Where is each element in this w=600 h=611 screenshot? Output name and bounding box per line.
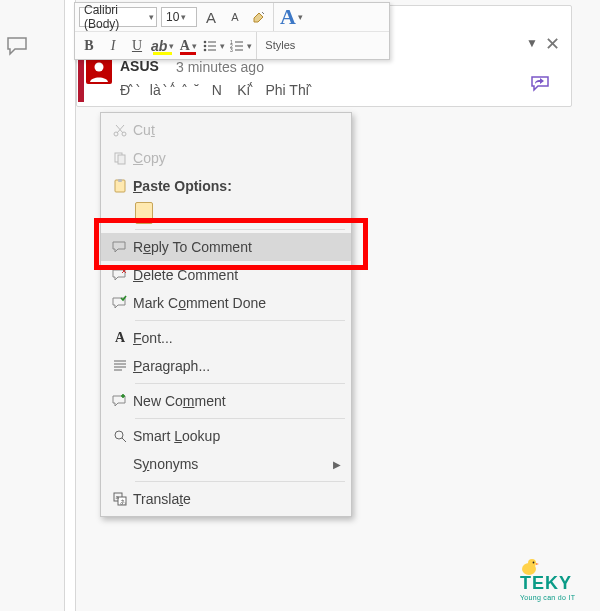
svg-rect-12 bbox=[118, 179, 122, 182]
font-icon: A bbox=[107, 330, 133, 346]
svg-text:あ: あ bbox=[120, 499, 126, 506]
scissors-icon bbox=[107, 122, 133, 138]
menu-translate-label: Translate bbox=[133, 491, 341, 507]
font-color-button[interactable]: A▾ bbox=[178, 35, 198, 57]
styles-button[interactable]: A▾ bbox=[280, 6, 303, 28]
bold-button[interactable]: B bbox=[79, 35, 99, 57]
comment-text-preview: Đ ̂ ̀ là ̀ ̂́ ̂ ̆ N Ki ̂́ Phi Thi ̂ bbox=[120, 82, 380, 100]
styles-label: Styles bbox=[265, 40, 295, 51]
menu-paragraph-label: Paragraph... bbox=[133, 358, 341, 374]
chevron-down-icon[interactable]: ▾ bbox=[179, 12, 186, 22]
menu-copy-label: Copy bbox=[133, 150, 341, 166]
context-menu: Cut Copy Paste Options: Reply To Comment… bbox=[100, 112, 352, 517]
menu-separator bbox=[135, 320, 345, 321]
new-comment-icon bbox=[107, 393, 133, 409]
menu-font-label: Font... bbox=[133, 330, 341, 346]
svg-point-19 bbox=[528, 559, 536, 567]
font-name-combo[interactable]: Calibri (Body) ▾ bbox=[79, 7, 157, 27]
menu-separator bbox=[135, 481, 345, 482]
comment-author-avatar bbox=[86, 58, 112, 84]
done-icon bbox=[107, 295, 133, 311]
menu-separator bbox=[135, 383, 345, 384]
font-name-value: Calibri (Body) bbox=[84, 3, 147, 31]
paste-keep-source-button[interactable] bbox=[101, 200, 351, 226]
grow-font-button[interactable]: A bbox=[201, 6, 221, 28]
chevron-down-icon[interactable]: ▾ bbox=[245, 41, 252, 51]
menu-delete-comment[interactable]: Delete Comment bbox=[101, 261, 351, 289]
bird-icon bbox=[518, 555, 540, 577]
svg-point-2 bbox=[204, 44, 207, 47]
reply-icon[interactable] bbox=[530, 74, 552, 92]
chevron-down-icon[interactable]: ▾ bbox=[218, 41, 225, 51]
menu-new-comment-label: New Comment bbox=[133, 393, 341, 409]
menu-new-comment[interactable]: New Comment bbox=[101, 387, 351, 415]
paragraph-icon bbox=[107, 358, 133, 374]
menu-cut[interactable]: Cut bbox=[101, 116, 351, 144]
paste-option-icon bbox=[135, 202, 153, 224]
styles-icon: A bbox=[280, 4, 296, 30]
menu-synonyms[interactable]: Synonyms ▶ bbox=[101, 450, 351, 478]
menu-smart-lookup[interactable]: Smart Lookup bbox=[101, 422, 351, 450]
underline-button[interactable]: U bbox=[127, 35, 147, 57]
menu-synonyms-label: Synonyms bbox=[133, 456, 333, 472]
menu-separator bbox=[135, 418, 345, 419]
svg-point-0 bbox=[95, 63, 104, 72]
bullets-button[interactable]: ▾ bbox=[202, 35, 225, 57]
search-icon bbox=[107, 428, 133, 444]
font-size-combo[interactable]: 10 ▾ bbox=[161, 7, 197, 27]
chevron-down-icon[interactable]: ▾ bbox=[190, 41, 197, 51]
menu-paste-options-label: Paste Options: bbox=[133, 178, 341, 194]
document-edge bbox=[64, 0, 76, 611]
menu-font[interactable]: A Font... bbox=[101, 324, 351, 352]
watermark-logo: TEKY Young can do IT bbox=[520, 573, 592, 601]
menu-delete-label: Delete Comment bbox=[133, 267, 341, 283]
reply-icon bbox=[107, 239, 133, 255]
menu-reply-label: Reply To Comment bbox=[133, 239, 341, 255]
menu-cut-label: Cut bbox=[133, 122, 341, 138]
comment-indicator-icon bbox=[6, 35, 30, 57]
menu-mark-done[interactable]: Mark Comment Done bbox=[101, 289, 351, 317]
chevron-down-icon[interactable]: ▾ bbox=[167, 41, 174, 51]
menu-separator bbox=[135, 229, 345, 230]
comment-timestamp: 3 minutes ago bbox=[176, 59, 264, 75]
pane-options-dropdown-icon[interactable]: ▼ bbox=[526, 36, 538, 50]
menu-copy[interactable]: Copy bbox=[101, 144, 351, 172]
format-painter-button[interactable] bbox=[249, 6, 269, 28]
numbering-button[interactable]: 123▾ bbox=[229, 35, 252, 57]
translate-icon: aあ bbox=[107, 491, 133, 507]
pane-close-icon[interactable]: ✕ bbox=[545, 33, 560, 55]
comment-selection-bar bbox=[78, 58, 84, 102]
submenu-arrow-icon: ▶ bbox=[333, 459, 341, 470]
menu-smart-lookup-label: Smart Lookup bbox=[133, 428, 341, 444]
delete-comment-icon bbox=[107, 267, 133, 283]
chevron-down-icon[interactable]: ▾ bbox=[296, 12, 303, 22]
watermark-tagline: Young can do IT bbox=[520, 594, 592, 601]
copy-icon bbox=[107, 150, 133, 166]
font-size-value: 10 bbox=[166, 10, 179, 24]
clipboard-icon bbox=[107, 178, 133, 194]
svg-rect-10 bbox=[118, 155, 125, 164]
shrink-font-button[interactable]: A bbox=[225, 6, 245, 28]
chevron-down-icon[interactable]: ▾ bbox=[147, 12, 154, 22]
italic-button[interactable]: I bbox=[103, 35, 123, 57]
comment-author-name: ASUS bbox=[120, 58, 159, 74]
menu-paragraph[interactable]: Paragraph... bbox=[101, 352, 351, 380]
menu-translate[interactable]: aあ Translate bbox=[101, 485, 351, 513]
svg-point-20 bbox=[533, 562, 535, 564]
mini-toolbar: Calibri (Body) ▾ 10 ▾ A A A▾ B I U ab▾ A… bbox=[74, 2, 390, 60]
svg-text:3: 3 bbox=[230, 47, 233, 53]
svg-point-3 bbox=[204, 48, 207, 51]
highlight-color-button[interactable]: ab▾ bbox=[151, 35, 174, 57]
menu-reply-to-comment[interactable]: Reply To Comment bbox=[101, 233, 351, 261]
svg-point-1 bbox=[204, 40, 207, 43]
menu-paste-options: Paste Options: bbox=[101, 172, 351, 200]
menu-done-label: Mark Comment Done bbox=[133, 295, 341, 311]
svg-point-13 bbox=[115, 431, 123, 439]
